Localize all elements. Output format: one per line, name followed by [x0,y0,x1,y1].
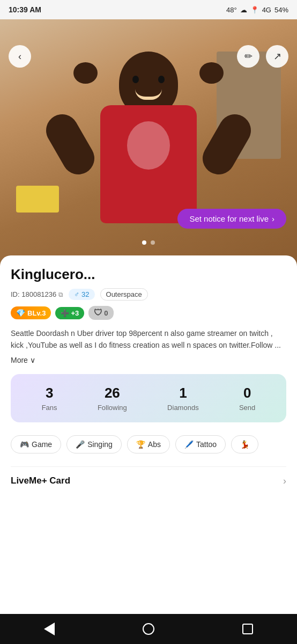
liveme-card-title: LiveMe+ Card [11,475,70,486]
gender-icon: ♂ [74,290,79,298]
more-button[interactable]: More ∨ [11,356,35,364]
interest-tags: 🎮 Game 🎤 Singing 🏆 Abs 🖊️ Tattoo 💃 [11,435,286,453]
stat-fans: 3 Fans [42,385,57,412]
status-bar: 10:39 AM 48° ☁ 📍 4G 54% [0,0,297,19]
dot-2 [151,240,155,245]
tattoo-icon: 🖊️ [184,440,194,449]
profile-content: Kinglucero... ID: 180081236 ⧉ ♂ 32 Outer… [0,255,297,644]
fans-number: 3 [42,385,57,401]
tag-singing[interactable]: 🎤 Singing [66,435,122,453]
body [100,105,197,223]
chevron-down-icon: ∨ [30,356,35,364]
dance-icon: 💃 [240,440,249,449]
tag-tattoo[interactable]: 🖊️ Tattoo [175,435,226,453]
following-label: Following [98,404,127,412]
status-time: 10:39 AM [9,5,41,14]
profile-image-section: ‹ ✏ ↗ [0,19,297,266]
status-icons: 48° ☁ 📍 4G 54% [226,6,288,14]
shirt-design [127,121,170,170]
dot-1 [142,240,146,245]
header: ‹ ✏ ↗ [0,39,297,74]
tag-game[interactable]: 🎮 Game [11,435,61,453]
eye-left [132,76,139,83]
stat-send: 0 Send [239,385,255,412]
home-circle-icon [143,623,154,635]
liveme-card[interactable]: LiveMe+ Card › [11,466,286,495]
plus-badge: ➕ +3 [55,307,84,319]
location-badge: Outerspace [100,288,148,301]
header-right-buttons: ✏ ↗ [237,45,288,68]
smile [135,89,162,100]
chevron-right-icon: › [283,475,286,487]
diamonds-number: 1 [167,385,199,401]
abs-icon: 🏆 [136,440,145,449]
nav-back-button[interactable] [36,621,63,637]
eyes [132,76,165,83]
gender-age-badge: ♂ 32 [69,289,94,300]
coin-badge: 🛡 0 [88,306,113,320]
copy-icon[interactable]: ⧉ [58,291,63,298]
signal-icon: 4G [262,6,271,14]
back-triangle-icon [44,623,55,635]
singing-icon: 🎤 [76,440,85,449]
blv-badge: 💎 BLv.3 [11,306,51,319]
bio-text: Seattle Doordash n Uber driver top 98per… [11,327,286,352]
square-icon [242,624,253,634]
fans-label: Fans [42,404,57,412]
bottom-nav [0,614,297,644]
arm-left [40,108,100,180]
shield-icon: 🛡 [94,308,102,318]
eye-right [158,76,165,83]
age: 32 [81,290,89,298]
send-number: 0 [239,385,255,401]
share-button[interactable]: ↗ [266,45,288,68]
stat-following: 26 Following [98,385,127,412]
tag-dance[interactable]: 💃 [231,435,258,453]
background-yellow-item [16,186,59,213]
edit-button[interactable]: ✏ [237,45,259,68]
tag-abs[interactable]: 🏆 Abs [127,435,170,453]
diamonds-label: Diamonds [167,404,199,412]
user-id: ID: 180081236 ⧉ [11,290,63,298]
diamond-icon: 💎 [16,309,25,317]
stats-card: 3 Fans 26 Following 1 Diamonds 0 Send [11,374,286,422]
location-icon: 📍 [250,6,259,14]
nav-home-button[interactable] [135,621,162,637]
game-icon: 🎮 [20,440,29,449]
battery-icon: 54% [274,6,288,14]
user-meta-row: ID: 180081236 ⧉ ♂ 32 Outerspace [11,288,286,301]
back-button[interactable]: ‹ [9,45,31,68]
temperature-icon: 48° [226,6,237,14]
send-label: Send [239,404,255,412]
badges-row: 💎 BLv.3 ➕ +3 🛡 0 [11,306,286,320]
weather-icon: ☁ [240,6,247,14]
username: Kinglucero... [11,266,286,283]
nav-square-button[interactable] [234,621,261,637]
set-notice-button[interactable]: Set notice for next live › [177,209,286,229]
plus-icon: ➕ [61,309,69,317]
following-number: 26 [98,385,127,401]
stat-diamonds: 1 Diamonds [167,385,199,412]
dots-indicator [142,240,155,245]
